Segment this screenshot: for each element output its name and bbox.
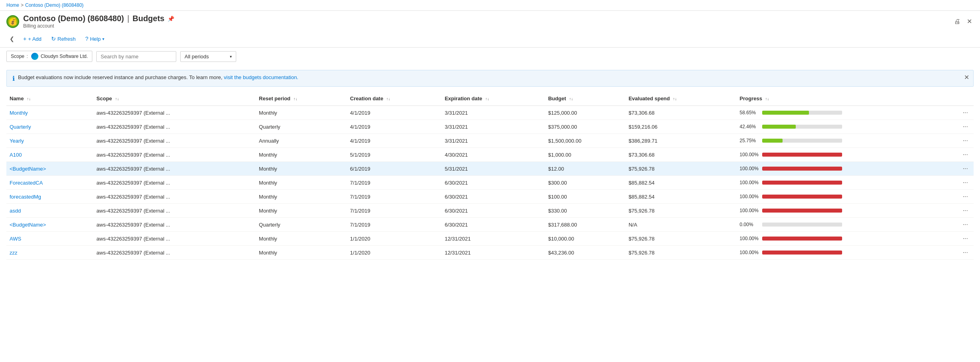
cell-budget: $300.00 xyxy=(545,176,625,190)
search-input[interactable] xyxy=(96,51,176,62)
row-actions-button[interactable]: ··· xyxy=(960,192,970,201)
progress-bar xyxy=(762,251,842,255)
info-text: Budget evaluations now include reserved … xyxy=(18,74,298,80)
cell-creation-date: 1/1/2020 xyxy=(347,246,442,260)
row-actions-button[interactable]: ··· xyxy=(960,234,970,243)
add-button[interactable]: + + Add xyxy=(19,34,46,44)
col-name[interactable]: Name ↑↓ xyxy=(6,91,93,106)
col-creation-date[interactable]: Creation date ↑↓ xyxy=(347,91,442,106)
cell-creation-date: 5/1/2019 xyxy=(347,148,442,162)
page-title-account: Contoso (Demo) (8608480) xyxy=(23,14,124,23)
table-row: zzzaws-432263259397 (External ...Monthly… xyxy=(6,246,974,260)
info-banner-close[interactable]: ✕ xyxy=(964,74,969,81)
budget-name-link[interactable]: asdd xyxy=(10,208,21,214)
cell-evaluated-spend: $85,882.54 xyxy=(625,190,737,204)
budget-name-link[interactable]: Quarterly xyxy=(10,124,31,130)
toolbar: ❮ + + Add ↻ Refresh ? Help ▾ xyxy=(0,30,980,48)
cell-budget: $12.00 xyxy=(545,162,625,176)
budget-name-link[interactable]: <BudgetName> xyxy=(10,222,46,228)
budget-name-link[interactable]: <BudgetName> xyxy=(10,166,46,172)
cell-expiration-date: 4/30/2021 xyxy=(442,148,545,162)
budget-name-link[interactable]: Monthly xyxy=(10,110,28,116)
collapse-button[interactable]: ❮ xyxy=(6,34,18,44)
cell-budget: $317,688.00 xyxy=(545,218,625,232)
col-scope[interactable]: Scope ↑↓ xyxy=(93,91,256,106)
row-actions-button[interactable]: ··· xyxy=(960,164,970,173)
cell-name: AWS xyxy=(6,232,93,246)
cell-name: <BudgetName> xyxy=(6,162,93,176)
progress-label: 25.75% xyxy=(740,138,759,143)
progress-bar xyxy=(762,195,842,199)
help-button[interactable]: ? Help ▾ xyxy=(81,34,108,44)
filter-bar: Scope : Cloudyn Software Ltd. All period… xyxy=(0,48,980,65)
row-actions-button[interactable]: ··· xyxy=(960,178,970,187)
page-header: 💰 Contoso (Demo) (8608480) | Budgets 📌 B… xyxy=(0,11,980,30)
period-dropdown[interactable]: All periods ▾ xyxy=(180,51,236,62)
cell-creation-date: 6/1/2019 xyxy=(347,162,442,176)
progress-bar-wrapper xyxy=(762,181,842,185)
close-button[interactable]: ✕ xyxy=(965,16,974,27)
cell-progress: 100.00% xyxy=(737,176,957,190)
scope-selector[interactable]: Scope : Cloudyn Software Ltd. xyxy=(6,51,92,62)
budget-name-link[interactable]: A100 xyxy=(10,152,22,158)
col-evaluated-spend[interactable]: Evaluated spend ↑↓ xyxy=(625,91,737,106)
cell-progress: 100.00% xyxy=(737,204,957,218)
row-actions-button[interactable]: ··· xyxy=(960,108,970,117)
budget-name-link[interactable]: forecastedMg xyxy=(10,194,41,200)
budget-name-link[interactable]: Yearly xyxy=(10,138,24,144)
progress-bar-wrapper xyxy=(762,237,842,241)
col-expiration-date[interactable]: Expiration date ↑↓ xyxy=(442,91,545,106)
cell-scope: aws-432263259397 (External ... xyxy=(93,176,256,190)
budget-name-link[interactable]: AWS xyxy=(10,236,21,242)
cell-scope: aws-432263259397 (External ... xyxy=(93,106,256,120)
cell-scope: aws-432263259397 (External ... xyxy=(93,162,256,176)
col-budget[interactable]: Budget ↑↓ xyxy=(545,91,625,106)
print-button[interactable]: 🖨 xyxy=(952,16,962,27)
period-chevron-icon: ▾ xyxy=(230,54,232,59)
budget-name-link[interactable]: zzz xyxy=(10,250,18,256)
info-link[interactable]: visit the budgets documentation. xyxy=(224,74,298,80)
progress-container: 100.00% xyxy=(740,250,954,255)
breadcrumb: Home > Contoso (Demo) (8608480) xyxy=(6,2,974,8)
progress-container: 100.00% xyxy=(740,208,954,213)
scope-icon xyxy=(31,53,38,60)
row-actions-button[interactable]: ··· xyxy=(960,136,970,145)
progress-bar xyxy=(762,111,809,115)
cell-scope: aws-432263259397 (External ... xyxy=(93,120,256,134)
sort-icon-scope: ↑↓ xyxy=(115,97,119,101)
row-actions-button[interactable]: ··· xyxy=(960,122,970,131)
cell-name: forecastedMg xyxy=(6,190,93,204)
cell-progress: 100.00% xyxy=(737,162,957,176)
info-icon: ℹ xyxy=(12,75,15,82)
col-reset-period[interactable]: Reset period ↑↓ xyxy=(256,91,347,106)
row-actions-button[interactable]: ··· xyxy=(960,150,970,159)
cell-row-actions: ··· xyxy=(957,204,974,218)
progress-label: 100.00% xyxy=(740,208,759,213)
cell-reset-period: Monthly xyxy=(256,246,347,260)
row-actions-button[interactable]: ··· xyxy=(960,248,970,257)
col-progress[interactable]: Progress ↑↓ xyxy=(737,91,957,106)
budget-name-link[interactable]: ForecastedCA xyxy=(10,180,43,186)
cell-progress: 100.00% xyxy=(737,148,957,162)
add-icon: + xyxy=(23,36,26,42)
row-actions-button[interactable]: ··· xyxy=(960,206,970,215)
pin-icon[interactable]: 📌 xyxy=(167,16,174,22)
breadcrumb-current[interactable]: Contoso (Demo) (8608480) xyxy=(25,2,84,8)
progress-label: 58.65% xyxy=(740,110,759,115)
cell-name: asdd xyxy=(6,204,93,218)
progress-bar xyxy=(762,153,842,157)
info-banner: ℹ Budget evaluations now include reserve… xyxy=(6,70,974,87)
table-header: Name ↑↓ Scope ↑↓ Reset period ↑↓ Creatio… xyxy=(6,91,974,106)
refresh-button[interactable]: ↻ Refresh xyxy=(47,34,80,44)
cell-evaluated-spend: $75,926.78 xyxy=(625,246,737,260)
row-actions-button[interactable]: ··· xyxy=(960,220,970,229)
add-label: + Add xyxy=(28,36,42,42)
sort-icon-reset: ↑↓ xyxy=(293,97,297,101)
cell-creation-date: 4/1/2019 xyxy=(347,134,442,148)
table-row: asddaws-432263259397 (External ...Monthl… xyxy=(6,204,974,218)
progress-label: 100.00% xyxy=(740,250,759,255)
cell-reset-period: Monthly xyxy=(256,162,347,176)
breadcrumb-home[interactable]: Home xyxy=(6,2,19,8)
cell-expiration-date: 5/31/2021 xyxy=(442,162,545,176)
cell-evaluated-spend: $85,882.54 xyxy=(625,176,737,190)
